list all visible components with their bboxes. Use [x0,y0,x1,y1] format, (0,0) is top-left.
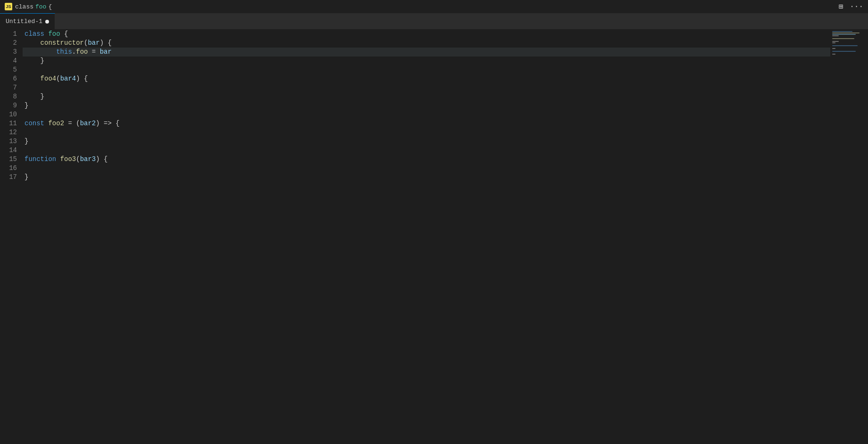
minimap-line-9 [832,42,835,44]
token: } [25,137,28,146]
token: } [25,173,28,182]
token [25,74,41,83]
code-line-1: class foo { [23,30,830,39]
line-number-7: 7 [5,83,17,92]
code-line-17: } [23,173,830,182]
token: bar [100,48,112,57]
line-number-12: 12 [5,128,17,137]
token: bar3 [80,155,96,164]
token: class [25,30,44,39]
minimap-line-11 [832,45,858,47]
line-number-3: 3 [5,48,17,57]
tab-untitled-1[interactable]: Untitled-1 [0,13,55,29]
token: bar4 [60,74,76,83]
line-number-2: 2 [5,39,17,48]
token: ( [56,74,60,83]
breadcrumb-class-name: foo [35,3,46,10]
minimap-line-13 [832,48,835,49]
line-number-6: 6 [5,74,17,83]
line-number-16: 16 [5,164,17,173]
code-line-3: this.foo = bar [23,48,830,57]
token: foo [48,30,60,39]
code-line-10 [23,110,830,119]
token: = [88,48,99,57]
minimap-line-2 [832,32,860,34]
line-number-1: 1 [5,30,17,39]
breadcrumb: class foo { [15,3,52,10]
code-line-7 [23,83,830,92]
token: ) => { [96,119,119,128]
token: ( [76,155,80,164]
token [44,30,48,39]
token: foo4 [41,74,57,83]
breadcrumb-brace: { [48,3,52,10]
line-number-9: 9 [5,101,17,110]
js-language-icon: JS [5,3,12,10]
line-number-10: 10 [5,110,17,119]
code-line-11: const foo2 = (bar2) => { [23,119,830,128]
token [25,48,56,57]
token: bar2 [80,119,96,128]
line-number-8: 8 [5,92,17,101]
token: ) { [76,74,88,83]
tab-modified-dot [45,20,49,24]
line-number-17: 17 [5,173,17,182]
code-line-2: constructor(bar) { [23,39,830,48]
line-number-4: 4 [5,57,17,65]
code-line-16 [23,164,830,173]
code-line-6: foo4(bar4) { [23,74,830,83]
code-line-13: } [23,137,830,146]
minimap-line-8 [832,41,839,42]
minimap-line-15 [832,51,856,52]
token [44,119,48,128]
token: ) { [96,155,107,164]
token: this [56,48,72,57]
token: } [25,101,28,110]
breadcrumb-class-keyword: class [15,3,33,10]
token: const [25,119,44,128]
token: function [25,155,56,164]
split-editor-icon[interactable]: ⊞ [839,2,843,11]
token [25,39,41,48]
line-number-11: 11 [5,119,17,128]
token: foo2 [48,119,64,128]
minimap-line-3 [832,34,856,35]
line-numbers: 1234567891011121314151617 [0,30,23,444]
code-line-15: function foo3(bar3) { [23,155,830,164]
token: constructor [41,39,84,48]
minimap [830,30,868,444]
token: ( [84,39,88,48]
token: foo [76,48,88,57]
title-bar: JS class foo { ⊞ ··· [0,0,868,13]
minimap-line-17 [832,54,835,55]
line-number-13: 13 [5,137,17,146]
code-editor[interactable]: class foo { constructor(bar) { this.foo … [23,30,830,444]
token: foo3 [60,155,76,164]
token: } [25,92,44,101]
title-bar-left: JS class foo { [5,3,52,10]
code-line-12 [23,128,830,137]
line-number-14: 14 [5,146,17,155]
minimap-line-1 [832,31,852,32]
title-bar-right: ⊞ ··· [839,2,863,11]
code-line-4: } [23,57,830,65]
code-line-5 [23,65,830,74]
code-line-9: } [23,101,830,110]
tab-bar: Untitled-1 [0,13,868,30]
editor-container: 1234567891011121314151617 class foo { co… [0,30,868,444]
code-line-8: } [23,92,830,101]
line-number-15: 15 [5,155,17,164]
code-line-14 [23,146,830,155]
minimap-line-4 [832,35,839,37]
token: bar [88,39,99,48]
token: { [60,30,68,39]
token: . [72,48,76,57]
token: ) { [100,39,112,48]
token [56,155,60,164]
more-actions-icon[interactable]: ··· [850,2,863,11]
token: = ( [64,119,80,128]
tab-label: Untitled-1 [6,18,42,25]
minimap-line-6 [832,38,854,40]
line-number-5: 5 [5,65,17,74]
token: } [25,57,44,65]
